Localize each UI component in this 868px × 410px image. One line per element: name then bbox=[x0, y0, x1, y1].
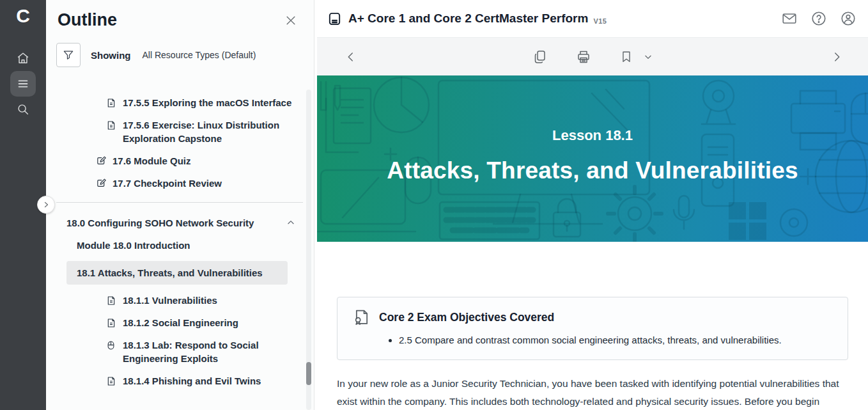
lesson-title: Attacks, Threats, and Vulnerabilities bbox=[387, 157, 798, 184]
previous-icon[interactable] bbox=[345, 51, 357, 63]
outline-item[interactable]: 17.5.6 Exercise: Linux Distribution Expl… bbox=[106, 118, 295, 145]
outline-item-label: 18.1.1 Vulnerabilities bbox=[123, 294, 217, 307]
close-icon[interactable] bbox=[284, 14, 297, 27]
mail-icon[interactable] bbox=[781, 10, 798, 27]
document-icon bbox=[106, 295, 116, 306]
account-icon[interactable] bbox=[840, 10, 856, 27]
outline-section-divider bbox=[56, 202, 303, 203]
pattern-pie-chart-icon bbox=[374, 77, 429, 132]
course-title: A+ Core 1 and Core 2 CertMaster Perform bbox=[348, 12, 588, 26]
certificate-icon bbox=[353, 308, 371, 326]
document-icon bbox=[106, 317, 116, 329]
document-icon bbox=[106, 97, 118, 109]
pattern-printer-icon bbox=[791, 91, 845, 150]
next-icon[interactable] bbox=[831, 51, 842, 63]
rail-nav bbox=[0, 45, 46, 122]
document-icon bbox=[106, 375, 118, 387]
course-version-badge: V15 bbox=[593, 17, 607, 25]
main-area: A+ Core 1 and Core 2 CertMaster Perform … bbox=[317, 0, 868, 410]
objectives-heading: Core 2 Exam Objectives Covered bbox=[379, 311, 554, 324]
outline-item-label: 18.1 Attacks, Threats, and Vulnerabiliti… bbox=[77, 266, 263, 280]
search-icon[interactable] bbox=[10, 97, 36, 122]
help-icon[interactable] bbox=[810, 10, 827, 27]
lesson-toolbar bbox=[317, 37, 868, 75]
exam-objectives-box: Core 2 Exam Objectives Covered 2.5 Compa… bbox=[337, 297, 848, 360]
pattern-documents-icon bbox=[326, 88, 371, 152]
pattern-lock-icon bbox=[554, 199, 580, 237]
bookmark-menu-chevron-down-icon[interactable] bbox=[644, 52, 653, 61]
outline-item[interactable]: 18.1.4 Phishing and Evil Twins bbox=[106, 374, 295, 388]
objectives-list: 2.5 Compare and contrast common social e… bbox=[353, 333, 832, 347]
course-header: A+ Core 1 and Core 2 CertMaster Perform … bbox=[317, 0, 868, 37]
outline-item-label: 18.1.4 Phishing and Evil Twins bbox=[123, 374, 261, 388]
outline-item-label: 17.5.6 Exercise: Linux Distribution Expl… bbox=[123, 118, 295, 145]
pattern-microphone-icon bbox=[674, 196, 694, 229]
document-icon bbox=[106, 97, 116, 109]
lesson-intro-paragraph: In your new role as a Junior Security Te… bbox=[337, 375, 851, 410]
home-icon[interactable] bbox=[10, 45, 36, 71]
outline-list: 17.5.5 Exploring the macOS Interface17.5… bbox=[56, 77, 303, 410]
print-icon[interactable] bbox=[576, 49, 591, 65]
course-reader-icon bbox=[327, 12, 342, 26]
objective-item: 2.5 Compare and contrast common social e… bbox=[399, 333, 832, 347]
document-icon bbox=[106, 317, 118, 329]
outline-item[interactable]: 18.1.2 Social Engineering bbox=[106, 316, 295, 329]
outline-item[interactable]: 17.6 Module Quiz bbox=[96, 154, 303, 168]
lesson-content: Core 2 Exam Objectives Covered 2.5 Compa… bbox=[317, 242, 868, 410]
outline-item-label: 17.5.5 Exploring the macOS Interface bbox=[123, 96, 291, 109]
quiz-pencil-icon bbox=[96, 155, 107, 166]
outline-scrollbar-thumb[interactable] bbox=[306, 362, 311, 385]
outline-item[interactable]: Module 18.0 Introduction bbox=[77, 239, 303, 252]
comptia-logo: C bbox=[0, 5, 46, 27]
quiz-pencil-icon bbox=[96, 178, 107, 189]
outline-item[interactable]: 17.5.5 Exploring the macOS Interface bbox=[106, 96, 295, 109]
quiz-icon bbox=[96, 155, 107, 167]
document-icon bbox=[106, 375, 116, 387]
outline-item-label: 17.6 Module Quiz bbox=[112, 154, 191, 168]
outline-item-label: 18.0 Configuring SOHO Network Security bbox=[66, 216, 254, 230]
pattern-windows-logo-icon bbox=[729, 202, 766, 240]
lesson-hero-banner: Lesson 18.1 Attacks, Threats, and Vulner… bbox=[317, 75, 868, 242]
filter-showing-label: Showing bbox=[91, 50, 131, 61]
mouse-icon bbox=[106, 340, 118, 351]
copy-icon[interactable] bbox=[532, 49, 548, 65]
quiz-icon bbox=[96, 178, 107, 189]
bookmark-icon[interactable] bbox=[619, 49, 633, 65]
outline-item[interactable]: 18.1 Attacks, Threats, and Vulnerabiliti… bbox=[66, 261, 288, 285]
outline-item-label: 17.7 Checkpoint Review bbox=[112, 177, 222, 190]
filter-current-value: All Resource Types (Default) bbox=[143, 50, 256, 60]
outline-section-header[interactable]: 18.0 Configuring SOHO Network Security bbox=[66, 216, 303, 230]
pattern-globe-icon bbox=[800, 141, 868, 212]
outline-item[interactable]: 17.7 Checkpoint Review bbox=[96, 177, 303, 190]
filter-button[interactable] bbox=[56, 43, 81, 67]
outline-item-label: 18.1.2 Social Engineering bbox=[123, 316, 238, 329]
pattern-pen-icon bbox=[321, 82, 340, 110]
pattern-gear-icon bbox=[608, 187, 662, 240]
outline-panel: Outline Showing All Resource Types (Defa… bbox=[46, 0, 314, 410]
outline-item-label: Module 18.0 Introduction bbox=[77, 239, 190, 252]
filter-funnel-icon bbox=[62, 49, 75, 61]
document-icon bbox=[106, 120, 116, 131]
outline-item-label: 18.1.3 Lab: Respond to Social Engineerin… bbox=[123, 338, 295, 365]
document-icon bbox=[106, 120, 118, 131]
outline-panel-title: Outline bbox=[58, 10, 117, 30]
pattern-webcam-icon bbox=[702, 81, 735, 124]
outline-list-icon[interactable] bbox=[10, 71, 36, 97]
lesson-number: Lesson 18.1 bbox=[387, 127, 798, 144]
section-collapse-chevron-up-icon[interactable] bbox=[286, 218, 295, 227]
panel-collapse-toggle[interactable] bbox=[37, 196, 55, 214]
pattern-speaker-icon bbox=[780, 209, 807, 236]
document-icon bbox=[106, 295, 118, 306]
lab-mouse-icon bbox=[106, 340, 116, 351]
pattern-keyboard-icon bbox=[440, 202, 539, 239]
outline-item[interactable]: 18.1.1 Vulnerabilities bbox=[106, 294, 295, 307]
pattern-mouse-icon bbox=[851, 93, 868, 143]
outline-item[interactable]: 18.1.3 Lab: Respond to Social Engineerin… bbox=[106, 338, 295, 365]
